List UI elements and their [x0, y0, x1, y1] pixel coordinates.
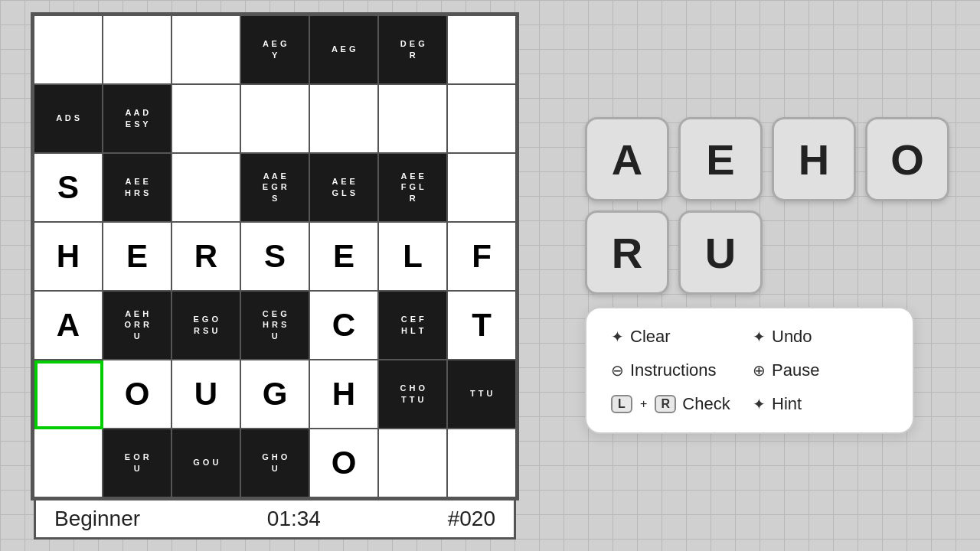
pause-control[interactable]: ⊕ Pause [753, 360, 888, 380]
instructions-control[interactable]: ⊖ Instructions [611, 360, 746, 380]
cell-2-0[interactable]: S [34, 154, 103, 223]
tile-A[interactable]: A [585, 117, 669, 201]
cell-0-2[interactable] [172, 16, 241, 85]
tiles-row-1: A E H O [585, 117, 949, 201]
cell-5-5: C H OT T U [379, 360, 448, 429]
status-bar: Beginner 01:34 #020 [34, 500, 516, 540]
check-label: Check [682, 394, 730, 414]
undo-label: Undo [772, 327, 812, 347]
cell-3-3[interactable]: S [241, 223, 310, 292]
cell-1-2[interactable] [172, 85, 241, 154]
puzzle-number: #020 [448, 507, 495, 531]
tiles-section: A E H O R U [585, 117, 949, 295]
cell-0-3: A E GY [241, 16, 310, 85]
cell-2-3: A A EE G RS [241, 154, 310, 223]
cell-1-3[interactable] [241, 85, 310, 154]
tile-O[interactable]: O [865, 117, 949, 201]
cell-1-5[interactable] [379, 85, 448, 154]
plus-symbol: + [640, 397, 647, 411]
timer-display: 01:34 [267, 507, 321, 531]
tile-R[interactable]: R [585, 210, 669, 295]
cell-4-3: C E GH R SU [241, 292, 310, 360]
undo-icon: ✦ [753, 328, 766, 346]
crossword-grid[interactable]: A E GY A E G D E GR A D S A A DE S Y [33, 15, 517, 498]
cell-3-2[interactable]: R [172, 223, 241, 292]
clear-label: Clear [630, 327, 671, 347]
cell-0-4: A E G [310, 16, 379, 85]
cell-6-1: E O RU [103, 429, 172, 498]
cell-1-4[interactable] [310, 85, 379, 154]
cell-3-6[interactable]: F [448, 223, 517, 292]
crossword-wrapper: A E GY A E G D E GR A D S A A DE S Y [31, 12, 519, 500]
cell-3-5[interactable]: L [379, 223, 448, 292]
cell-4-6[interactable]: T [448, 292, 517, 360]
cell-6-3: G H OU [241, 429, 310, 498]
cell-4-1: A E HO R RU [103, 292, 172, 360]
cell-5-6: T T U [448, 360, 517, 429]
cell-0-0[interactable] [34, 16, 103, 85]
check-control[interactable]: L + R Check [611, 394, 746, 414]
cell-3-4[interactable]: E [310, 223, 379, 292]
clear-control[interactable]: ✦ Clear [611, 327, 746, 347]
controls-panel: ✦ Clear ✦ Undo ⊖ Instructions ⊕ Pause L [585, 307, 914, 434]
cell-6-4[interactable]: O [310, 429, 379, 498]
main-container: A E GY A E G D E GR A D S A A DE S Y [0, 0, 980, 551]
hint-icon: ✦ [753, 395, 766, 413]
cell-3-1[interactable]: E [103, 223, 172, 292]
pause-label: Pause [772, 360, 819, 380]
cell-2-4: A E EG L S [310, 154, 379, 223]
cell-0-6[interactable] [448, 16, 517, 85]
board-section: A E GY A E G D E GR A D S A A DE S Y [31, 12, 519, 540]
cell-1-0: A D S [34, 85, 103, 154]
cell-5-1[interactable]: O [103, 360, 172, 429]
cell-2-1: A E EH R S [103, 154, 172, 223]
clear-icon: ✦ [611, 328, 624, 346]
cell-6-5[interactable] [379, 429, 448, 498]
cell-4-4[interactable]: C [310, 292, 379, 360]
key-L: L [611, 395, 632, 413]
cell-5-0[interactable] [34, 360, 103, 429]
cell-5-2[interactable]: U [172, 360, 241, 429]
tiles-row-2: R U [585, 210, 949, 295]
hint-control[interactable]: ✦ Hint [753, 394, 888, 414]
undo-control[interactable]: ✦ Undo [753, 327, 888, 347]
cell-5-4[interactable]: H [310, 360, 379, 429]
cell-2-5: A E EF G LR [379, 154, 448, 223]
cell-6-2: G O U [172, 429, 241, 498]
cell-6-0[interactable] [34, 429, 103, 498]
cell-4-0[interactable]: A [34, 292, 103, 360]
cell-1-6[interactable] [448, 85, 517, 154]
cell-4-2: E G OR S U [172, 292, 241, 360]
cell-1-1: A A DE S Y [103, 85, 172, 154]
pause-icon: ⊕ [753, 361, 766, 380]
cell-0-5: D E GR [379, 16, 448, 85]
instructions-icon: ⊖ [611, 361, 624, 380]
instructions-label: Instructions [630, 360, 717, 380]
key-R: R [655, 395, 676, 413]
cell-2-2[interactable] [172, 154, 241, 223]
cell-3-0[interactable]: H [34, 223, 103, 292]
hint-label: Hint [772, 394, 802, 414]
controls-grid: ✦ Clear ✦ Undo ⊖ Instructions ⊕ Pause L [611, 327, 888, 414]
cell-4-5: C E FH L T [379, 292, 448, 360]
cell-5-3[interactable]: G [241, 360, 310, 429]
tile-H[interactable]: H [772, 117, 856, 201]
right-panel: A E H O R U ✦ Clear ✦ Undo [585, 117, 949, 434]
cell-2-6[interactable] [448, 154, 517, 223]
tile-E[interactable]: E [678, 117, 763, 201]
tile-U[interactable]: U [678, 210, 763, 295]
cell-0-1[interactable] [103, 16, 172, 85]
difficulty-label: Beginner [54, 507, 140, 531]
cell-6-6[interactable] [448, 429, 517, 498]
